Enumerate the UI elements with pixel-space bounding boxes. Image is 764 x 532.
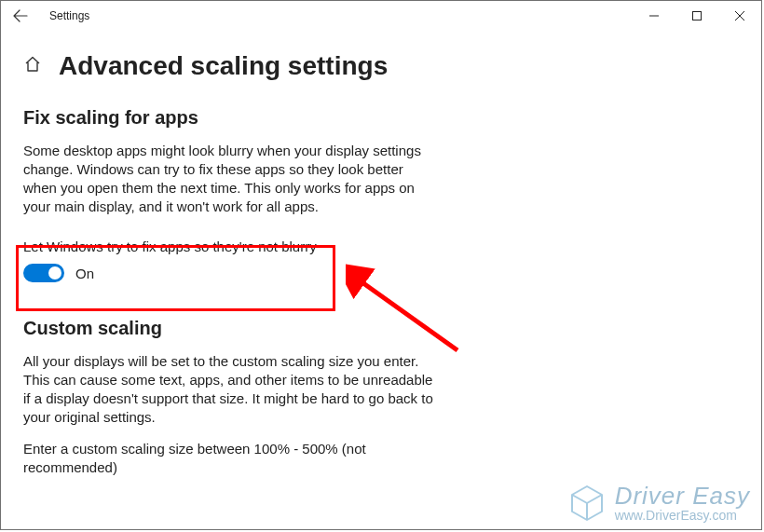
close-button[interactable] bbox=[718, 1, 761, 31]
section-custom-scaling-title: Custom scaling bbox=[23, 318, 739, 339]
section-custom-scaling-body: All your displays will be set to the cus… bbox=[23, 352, 438, 427]
watermark-line2: www.DriverEasy.com bbox=[615, 509, 750, 523]
arrow-left-icon bbox=[13, 8, 28, 23]
page-title: Advanced scaling settings bbox=[59, 51, 388, 81]
home-icon[interactable] bbox=[23, 55, 42, 77]
fix-blurry-toggle-block: Let Windows try to fix apps so they're n… bbox=[20, 229, 336, 292]
window-controls bbox=[633, 1, 761, 31]
fix-blurry-toggle-label: Let Windows try to fix apps so they're n… bbox=[23, 239, 331, 254]
svg-rect-1 bbox=[693, 12, 702, 20]
watermark-line1: Driver Easy bbox=[615, 484, 750, 509]
maximize-icon bbox=[692, 11, 702, 20]
back-button[interactable] bbox=[1, 1, 40, 31]
heading-row: Advanced scaling settings bbox=[23, 51, 739, 81]
section-fix-scaling-body: Some desktop apps might look blurry when… bbox=[23, 142, 438, 216]
content-area: Advanced scaling settings Fix scaling fo… bbox=[1, 31, 761, 477]
watermark: Driver Easy www.DriverEasy.com bbox=[566, 483, 750, 524]
watermark-cube-icon bbox=[566, 483, 607, 524]
maximize-button[interactable] bbox=[675, 1, 718, 31]
custom-scaling-hint: Enter a custom scaling size between 100%… bbox=[23, 440, 438, 477]
fix-blurry-toggle-state: On bbox=[75, 266, 94, 281]
settings-window: Settings bbox=[0, 0, 762, 530]
toggle-knob bbox=[48, 266, 61, 280]
fix-blurry-toggle-row: On bbox=[23, 264, 331, 282]
close-icon bbox=[735, 11, 744, 20]
minimize-icon bbox=[649, 11, 659, 20]
titlebar: Settings bbox=[1, 1, 761, 31]
app-name: Settings bbox=[49, 9, 89, 22]
fix-blurry-toggle[interactable] bbox=[23, 264, 64, 282]
minimize-button[interactable] bbox=[633, 1, 675, 31]
section-fix-scaling-title: Fix scaling for apps bbox=[23, 107, 739, 129]
